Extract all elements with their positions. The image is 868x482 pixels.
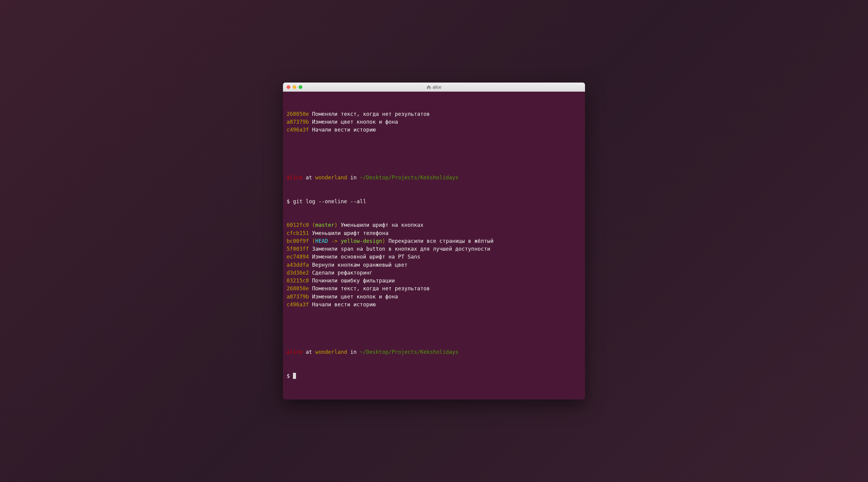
prompt-host: wonderland <box>315 174 347 180</box>
commit-hash: c496a3f <box>287 302 309 308</box>
window-title: alice <box>433 85 441 89</box>
commit-line: a87379b Изменили цвет кнопок и фона <box>287 293 581 301</box>
commit-line: 03215c8 Починили ошибку фильтрации <box>287 277 581 285</box>
commit-hash: 03215c8 <box>287 278 309 284</box>
commit-hash: a43ddfa <box>287 262 309 268</box>
commit-line: c496a3f Начали вести историю <box>287 301 581 308</box>
blank-line <box>287 150 581 158</box>
commit-hash: ec74894 <box>287 254 309 260</box>
prompt-user: alice <box>287 349 303 355</box>
command-line: $ git log --oneline --all <box>287 197 581 205</box>
commit-message: Начали вести историю <box>312 302 376 308</box>
commit-message: Поменяли текст, когда нет результатов <box>312 285 430 291</box>
commit-message: Начали вести историю <box>312 127 376 133</box>
commit-line: d3d36e2 Сделали рефакторинг <box>287 269 581 277</box>
commit-hash: bc00f9f <box>287 238 309 244</box>
ref-arrow: -> <box>331 238 338 244</box>
commit-hash: a87379b <box>287 119 309 125</box>
commit-hash: c496a3f <box>287 127 309 133</box>
commit-line: cfcb151 Уменьшили шрифт телефона <box>287 229 581 237</box>
commit-hash: 5f003ff <box>287 246 309 252</box>
blank-line <box>287 324 581 332</box>
prompt-symbol: $ <box>287 373 290 379</box>
traffic-lights <box>287 85 302 89</box>
prompt-line-1: alice at wonderland in ~/Desktop/Project… <box>287 174 581 181</box>
prompt-at: at <box>306 174 312 180</box>
commit-hash: 6012fc0 <box>287 222 309 228</box>
window-title-area: alice <box>427 85 441 89</box>
ref-branch: master <box>315 222 334 228</box>
prompt-host: wonderland <box>315 349 347 355</box>
commit-line: ec74894 Изменили основной шрифт на PT Sa… <box>287 253 581 261</box>
commit-hash: a87379b <box>287 293 309 300</box>
commit-line: 268050e Поменяли текст, когда нет резуль… <box>287 110 581 118</box>
current-prompt-line[interactable]: $ <box>287 372 581 380</box>
prompt-in: in <box>350 174 357 180</box>
commit-message: Уменьшили шрифт телефона <box>312 230 389 236</box>
commit-line: 6012fc0 (master) Уменьшили шрифт на кноп… <box>287 221 581 229</box>
ref-close-paren: ) <box>382 238 385 244</box>
commit-hash: d3d36e2 <box>287 270 309 276</box>
prompt-line-2: alice at wonderland in ~/Desktop/Project… <box>287 348 581 356</box>
commit-hash: 268050e <box>287 285 309 291</box>
home-icon <box>427 85 431 89</box>
commit-message: Починили ошибку фильтрации <box>312 278 395 284</box>
cursor <box>293 373 296 379</box>
ref-branch: yellow-design <box>341 238 382 244</box>
titlebar: alice <box>283 83 585 92</box>
ref-close-paren: ) <box>334 222 338 228</box>
commit-message: Изменили цвет кнопок и фона <box>312 119 398 125</box>
prompt-at: at <box>306 349 312 355</box>
commit-message: Изменили цвет кнопок и фона <box>312 293 398 300</box>
commit-message: Вернули кнопкам оранжевый цвет <box>312 262 407 268</box>
commit-hash: 268050e <box>287 111 309 117</box>
commit-message: Сделали рефакторинг <box>312 270 372 276</box>
prompt-path: ~/Desktop/Projects/Keksholidays <box>360 174 459 180</box>
minimize-button[interactable] <box>293 85 296 89</box>
prompt-in: in <box>350 349 357 355</box>
commit-line: bc00f9f (HEAD -> yellow-design) Перекрас… <box>287 237 581 245</box>
ref-head: HEAD <box>315 238 328 244</box>
commit-hash: cfcb151 <box>287 230 309 236</box>
commit-line: a87379b Изменили цвет кнопок и фона <box>287 118 581 126</box>
commit-line: c496a3f Начали вести историю <box>287 126 581 134</box>
maximize-button[interactable] <box>299 85 302 89</box>
prompt-path: ~/Desktop/Projects/Keksholidays <box>360 349 459 355</box>
ref-open-paren: ( <box>312 238 315 244</box>
command-text: git log --oneline --all <box>293 198 366 204</box>
terminal-body[interactable]: 268050e Поменяли текст, когда нет резуль… <box>283 92 585 399</box>
close-button[interactable] <box>287 85 290 89</box>
commit-message: Изменили основной шрифт на PT Sans <box>312 254 420 260</box>
previous-log-output: 268050e Поменяли текст, когда нет резуль… <box>287 110 581 134</box>
commit-line: a43ddfa Вернули кнопкам оранжевый цвет <box>287 261 581 269</box>
commit-message: Уменьшили шрифт на кнопках <box>341 222 424 228</box>
commit-message: Заменили span на button в кнопках для лу… <box>312 246 490 252</box>
ref-open-paren: ( <box>312 222 315 228</box>
commit-message: Перекрасили все страницы в жёлтый <box>389 238 494 244</box>
prompt-user: alice <box>287 174 303 180</box>
terminal-window: alice 268050e Поменяли текст, когда нет … <box>283 83 585 399</box>
commit-line: 268050e Поменяли текст, когда нет резуль… <box>287 285 581 292</box>
commit-line: 5f003ff Заменили span на button в кнопка… <box>287 245 581 253</box>
git-log-output: 6012fc0 (master) Уменьшили шрифт на кноп… <box>287 221 581 308</box>
commit-message: Поменяли текст, когда нет результатов <box>312 111 430 117</box>
prompt-symbol: $ <box>287 198 290 204</box>
